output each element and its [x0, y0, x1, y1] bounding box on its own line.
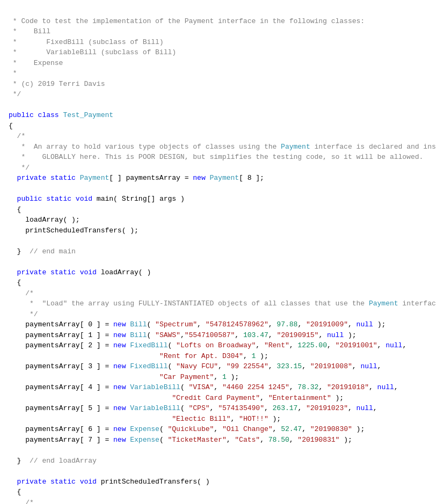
code-editor: * Code to test the implementation of the… — [9, 5, 427, 504]
